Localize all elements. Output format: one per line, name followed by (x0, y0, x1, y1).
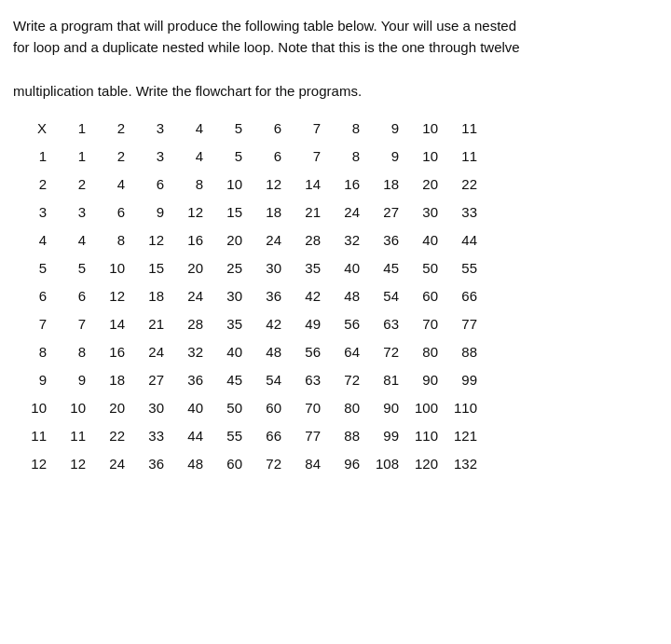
table-cell-2-2: 6 (86, 199, 125, 226)
table-cell-9-5: 50 (203, 394, 242, 422)
table-cell-6-0: 7 (13, 310, 47, 338)
table-cell-11-7: 84 (281, 450, 321, 478)
table-cell-1-0: 2 (13, 171, 47, 199)
table-row: 7714212835424956637077 (13, 310, 477, 338)
table-cell-10-6: 66 (242, 422, 281, 450)
table-cell-6-7: 49 (281, 310, 321, 338)
table-cell-5-1: 6 (47, 282, 86, 310)
table-cell-8-7: 63 (281, 366, 321, 394)
table-cell-0-3: 3 (125, 143, 164, 171)
table-cell-9-10: 100 (399, 394, 438, 422)
table-cell-2-3: 9 (125, 199, 164, 226)
table-cell-7-9: 72 (360, 338, 399, 366)
table-cell-7-6: 48 (242, 338, 281, 366)
header-cell-2: 2 (86, 115, 125, 143)
table-cell-5-11: 66 (438, 282, 477, 310)
header-cell-6: 6 (242, 115, 281, 143)
table-cell-11-9: 108 (360, 450, 399, 478)
table-body: 1123456789101122468101214161820223369121… (13, 143, 477, 478)
table-cell-1-9: 18 (360, 171, 399, 199)
header-cell-9: 9 (360, 115, 399, 143)
table-cell-5-2: 12 (86, 282, 125, 310)
table-cell-11-8: 96 (321, 450, 360, 478)
table-cell-0-6: 6 (242, 143, 281, 171)
table-cell-6-2: 14 (86, 310, 125, 338)
table-cell-1-7: 14 (281, 171, 321, 199)
table-cell-7-8: 64 (321, 338, 360, 366)
table-cell-4-7: 35 (281, 254, 321, 282)
table-cell-2-9: 27 (360, 199, 399, 226)
table-cell-10-7: 77 (281, 422, 321, 450)
table-cell-11-10: 120 (399, 450, 438, 478)
header-cell-11: 11 (438, 115, 477, 143)
table-cell-6-6: 42 (242, 310, 281, 338)
header-cell-8: 8 (321, 115, 360, 143)
table-cell-10-10: 110 (399, 422, 438, 450)
table-cell-11-0: 12 (13, 450, 47, 478)
table-cell-3-6: 24 (242, 226, 281, 254)
table-row: 5510152025303540455055 (13, 254, 477, 282)
table-cell-6-10: 70 (399, 310, 438, 338)
table-cell-10-1: 11 (47, 422, 86, 450)
table-cell-9-7: 70 (281, 394, 321, 422)
table-cell-8-5: 45 (203, 366, 242, 394)
table-cell-9-8: 80 (321, 394, 360, 422)
table-cell-4-11: 55 (438, 254, 477, 282)
table-cell-3-1: 4 (47, 226, 86, 254)
table-cell-8-9: 81 (360, 366, 399, 394)
header-cell-10: 10 (399, 115, 438, 143)
table-cell-5-8: 48 (321, 282, 360, 310)
table-cell-3-0: 4 (13, 226, 47, 254)
description-text: Write a program that will produce the fo… (13, 15, 658, 102)
table-cell-3-7: 28 (281, 226, 321, 254)
table-cell-0-0: 1 (13, 143, 47, 171)
table-cell-9-1: 10 (47, 394, 86, 422)
table-cell-7-5: 40 (203, 338, 242, 366)
table-cell-6-11: 77 (438, 310, 477, 338)
table-cell-7-10: 80 (399, 338, 438, 366)
table-cell-4-5: 25 (203, 254, 242, 282)
table-cell-5-3: 18 (125, 282, 164, 310)
table-cell-7-0: 8 (13, 338, 47, 366)
table-cell-0-8: 8 (321, 143, 360, 171)
table-header-row: X1234567891011 (13, 115, 477, 143)
header-cell-5: 5 (203, 115, 242, 143)
table-cell-11-3: 36 (125, 450, 164, 478)
table-cell-1-4: 8 (164, 171, 203, 199)
table-cell-0-5: 5 (203, 143, 242, 171)
table-cell-3-2: 8 (86, 226, 125, 254)
table-cell-3-3: 12 (125, 226, 164, 254)
table-cell-2-0: 3 (13, 199, 47, 226)
header-cell-1: 1 (47, 115, 86, 143)
table-row: 2246810121416182022 (13, 171, 477, 199)
table-cell-4-9: 45 (360, 254, 399, 282)
table-row: 9918273645546372819099 (13, 366, 477, 394)
header-cell-0: X (13, 115, 47, 143)
table-cell-8-4: 36 (164, 366, 203, 394)
table-cell-11-5: 60 (203, 450, 242, 478)
table-cell-11-2: 24 (86, 450, 125, 478)
table-row: 6612182430364248546066 (13, 282, 477, 310)
desc-line3: multiplication table. Write the flowchar… (13, 83, 362, 99)
desc-line1: Write a program that will produce the fo… (13, 18, 516, 34)
table-cell-9-11: 110 (438, 394, 477, 422)
table-cell-3-11: 44 (438, 226, 477, 254)
table-cell-0-10: 10 (399, 143, 438, 171)
table-cell-10-3: 33 (125, 422, 164, 450)
table-cell-5-10: 60 (399, 282, 438, 310)
table-cell-9-3: 30 (125, 394, 164, 422)
table-cell-2-7: 21 (281, 199, 321, 226)
table-row: 33691215182124273033 (13, 199, 477, 226)
table-cell-2-1: 3 (47, 199, 86, 226)
table-cell-6-8: 56 (321, 310, 360, 338)
table-cell-3-10: 40 (399, 226, 438, 254)
table-cell-0-1: 1 (47, 143, 86, 171)
table-cell-8-0: 9 (13, 366, 47, 394)
table-row: 10102030405060708090100110 (13, 394, 477, 422)
table-cell-4-1: 5 (47, 254, 86, 282)
table-cell-8-3: 27 (125, 366, 164, 394)
table-cell-4-10: 50 (399, 254, 438, 282)
table-cell-5-6: 36 (242, 282, 281, 310)
table-cell-7-2: 16 (86, 338, 125, 366)
table-cell-8-11: 99 (438, 366, 477, 394)
